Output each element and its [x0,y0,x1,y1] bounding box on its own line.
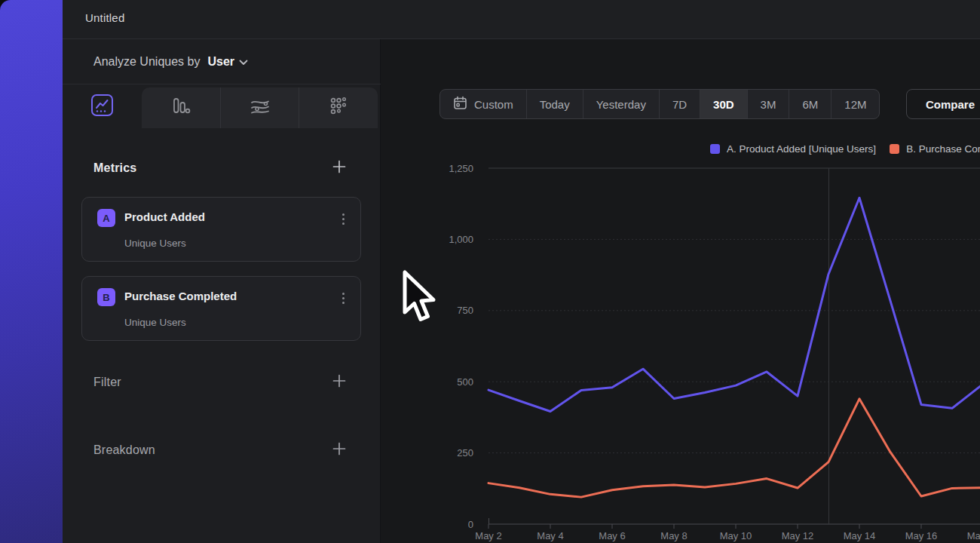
metric-badge-b: B [97,288,115,306]
kebab-menu-icon[interactable] [336,211,350,226]
metric-badge-a: A [97,209,115,227]
range-12m[interactable]: 12M [831,90,879,118]
app-window: Untitled Analyze Uniques by User [63,0,980,543]
screen: Untitled Analyze Uniques by User [0,0,980,543]
metric-subtitle: Unique Users [124,317,186,328]
svg-text:May 16: May 16 [905,530,938,541]
analyze-by-value[interactable]: User [207,55,234,69]
tab-line-chart[interactable] [63,84,142,128]
filter-title: Filter [93,376,121,389]
range-7d[interactable]: 7D [659,90,700,118]
add-metric-button[interactable] [332,160,346,176]
range-3m[interactable]: 3M [747,90,789,118]
svg-text:500: 500 [457,376,473,388]
flow-chart-icon [250,97,271,119]
breakdown-header: Breakdown [93,442,346,459]
chart-legend: A. Product Added [Unique Users] B. Purch… [710,143,980,155]
tab-flow-chart[interactable] [220,87,299,128]
metrics-title: Metrics [93,161,136,175]
svg-text:1,250: 1,250 [449,163,473,174]
svg-text:0: 0 [468,519,473,530]
metric-title: Product Added [124,210,205,223]
svg-text:May 6: May 6 [599,530,625,541]
report-title[interactable]: Untitled [85,11,124,24]
chevron-down-icon [239,55,248,69]
analyze-label: Analyze Uniques by [93,55,200,69]
add-filter-button[interactable] [332,374,346,391]
svg-text:May 12: May 12 [782,530,814,541]
bar-chart-icon [171,97,191,119]
legend-item-b[interactable]: B. Purchase Completed [Unique Users] [890,143,980,155]
svg-text:May 14: May 14 [844,530,876,541]
range-6m[interactable]: 6M [789,90,831,118]
calendar-icon [453,96,467,112]
svg-text:May 8: May 8 [660,530,687,541]
grid-dots-icon [329,97,348,119]
legend-item-a[interactable]: A. Product Added [Unique Users] [710,143,876,155]
svg-text:1,000: 1,000 [449,234,473,245]
metric-title: Purchase Completed [124,290,237,302]
range-30d[interactable]: 30D [700,90,747,118]
analyze-row: Analyze Uniques by User [63,39,381,84]
range-today[interactable]: Today [526,90,583,118]
chart-type-tab-group [142,87,378,128]
tab-grid-dots[interactable] [299,87,378,128]
metric-card-a[interactable]: A Product Added Unique Users [81,197,361,262]
svg-text:250: 250 [457,447,473,459]
svg-text:May 10: May 10 [720,530,752,541]
line-chart-icon [90,94,114,120]
legend-swatch-orange [890,144,899,154]
metrics-header: Metrics [93,160,346,176]
svg-text:750: 750 [457,305,473,316]
chart-type-tabs [63,84,381,128]
compare-button[interactable]: Compare [906,89,980,119]
legend-swatch-purple [710,144,720,154]
range-yesterday[interactable]: Yesterday [583,90,659,118]
kebab-menu-icon[interactable] [336,290,350,305]
svg-text:May 4: May 4 [537,530,563,541]
metric-subtitle: Unique Users [124,238,186,249]
top-bar: Untitled [63,0,980,39]
chart-panel: Custom Today Yesterday 7D 30D 3M 6M 12M … [381,39,980,543]
brand-gradient-strip [0,0,63,543]
metric-card-b[interactable]: B Purchase Completed Unique Users [81,276,361,341]
query-sidebar: Analyze Uniques by User [63,39,381,543]
add-breakdown-button[interactable] [332,442,346,459]
svg-text:May 18: May 18 [967,530,980,541]
filter-header: Filter [93,374,346,391]
range-custom[interactable]: Custom [440,90,526,118]
svg-text:May 2: May 2 [475,530,501,541]
tab-bar-chart[interactable] [142,87,220,128]
date-range-selector: Custom Today Yesterday 7D 30D 3M 6M 12M [439,89,880,119]
breakdown-title: Breakdown [93,443,155,457]
analyze-by-picker[interactable]: User [207,55,248,69]
line-chart[interactable]: 02505007501,0001,250May 2May 4May 6May 8… [422,158,980,543]
